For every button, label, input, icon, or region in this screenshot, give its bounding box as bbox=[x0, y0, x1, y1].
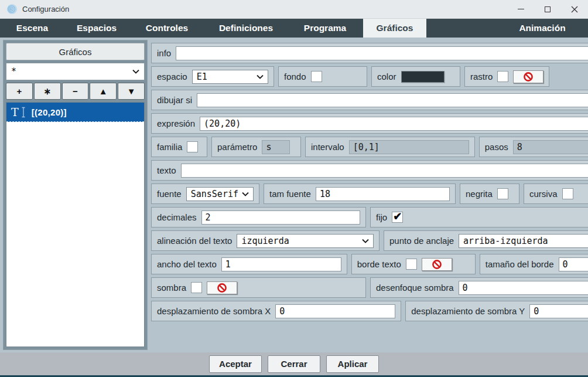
tam-fuente-input[interactable] bbox=[316, 187, 450, 201]
fijo-label: fijo bbox=[376, 212, 387, 222]
field-despl-sombra-x: desplazamiento de sombra X bbox=[151, 301, 401, 321]
list-item-label: [(20,20)] bbox=[32, 107, 67, 117]
dialog-body: Gráficos * + ∗ − ▲ ▼ T [(20,20)] bbox=[0, 38, 588, 352]
filter-select[interactable]: * bbox=[6, 63, 145, 80]
field-pasos: pasos bbox=[479, 137, 588, 157]
accept-button[interactable]: Aceptar bbox=[209, 355, 262, 373]
graphics-list-panel: Gráficos * + ∗ − ▲ ▼ T [(20,20)] bbox=[3, 40, 148, 350]
field-fondo: fondo bbox=[278, 66, 367, 87]
rastro-checkbox[interactable] bbox=[497, 71, 508, 82]
apply-button[interactable]: Aplicar bbox=[326, 355, 379, 373]
rastro-color-button[interactable] bbox=[513, 70, 543, 83]
sombra-color-button[interactable] bbox=[207, 281, 237, 294]
tab-controles[interactable]: Controles bbox=[129, 19, 205, 38]
field-dibujar-si: dibujar si bbox=[151, 90, 588, 110]
punto-anclaje-label: punto de anclaje bbox=[389, 236, 454, 246]
decimales-label: decimales bbox=[157, 212, 197, 222]
rastro-label: rastro bbox=[470, 72, 493, 81]
fondo-checkbox[interactable] bbox=[311, 71, 322, 82]
dialog-footer: Aceptar Cerrar Aplicar bbox=[0, 352, 588, 375]
desenfoque-sombra-input[interactable] bbox=[459, 281, 588, 295]
tab-escena[interactable]: Escena bbox=[0, 19, 64, 38]
fuente-select[interactable]: SansSerif bbox=[186, 187, 254, 201]
field-sombra: sombra bbox=[151, 277, 366, 298]
ancho-texto-label: ancho del texto bbox=[157, 259, 217, 269]
no-entry-icon bbox=[523, 72, 534, 82]
row-decimales: decimales fijo bbox=[151, 207, 588, 227]
list-item-text-graphic[interactable]: T [(20,20)] bbox=[6, 103, 144, 122]
fijo-checkbox[interactable] bbox=[392, 212, 403, 223]
field-punto-anclaje: punto de anclaje arriba-izquierda bbox=[384, 230, 588, 251]
row-expresion: expresión bbox=[151, 113, 588, 134]
field-rastro: rastro bbox=[464, 66, 549, 87]
remove-graphic-button[interactable]: − bbox=[62, 83, 89, 100]
sombra-label: sombra bbox=[157, 283, 186, 293]
fondo-label: fondo bbox=[284, 72, 306, 81]
row-sombra: sombra desenfoque sombra bbox=[151, 277, 588, 298]
expresion-input[interactable] bbox=[200, 117, 588, 131]
pasos-input bbox=[513, 140, 588, 154]
duplicate-graphic-button[interactable]: ∗ bbox=[34, 83, 61, 100]
field-parametro: parámetro bbox=[211, 137, 301, 157]
familia-checkbox[interactable] bbox=[187, 141, 198, 152]
text-type-icon: T bbox=[11, 107, 19, 118]
info-label: info bbox=[157, 48, 171, 58]
row-fuente: fuente SansSerif tam fuente negrita curs… bbox=[151, 184, 588, 204]
tab-animacion[interactable]: Animación bbox=[501, 19, 583, 38]
tamano-borde-input[interactable] bbox=[559, 257, 588, 271]
punto-anclaje-select[interactable]: arriba-izquierda bbox=[459, 234, 588, 248]
alineacion-select[interactable]: izquierda bbox=[237, 234, 374, 248]
field-negrita: negrita bbox=[460, 184, 519, 204]
intervalo-label: intervalo bbox=[311, 142, 344, 152]
filter-value: * bbox=[11, 66, 132, 77]
despl-sombra-y-input[interactable] bbox=[529, 304, 588, 318]
row-dibujar-si: dibujar si coord abs bbox=[151, 90, 588, 110]
ancho-texto-input[interactable] bbox=[221, 257, 341, 271]
espacio-select[interactable]: E1 bbox=[192, 70, 268, 84]
borde-texto-color-button[interactable] bbox=[422, 258, 452, 271]
sombra-checkbox[interactable] bbox=[191, 282, 202, 293]
tab-graficos[interactable]: Gráficos bbox=[363, 19, 426, 38]
despl-sombra-x-input[interactable] bbox=[275, 304, 395, 318]
tab-definiciones[interactable]: Definiciones bbox=[205, 19, 287, 38]
tab-programa[interactable]: Programa bbox=[287, 19, 363, 38]
graphic-properties-form: info espacio E1 fondo col bbox=[151, 40, 588, 350]
chevron-down-icon bbox=[257, 74, 264, 79]
fuente-label: fuente bbox=[157, 189, 182, 199]
move-up-button[interactable]: ▲ bbox=[90, 83, 117, 100]
field-color: color bbox=[371, 66, 460, 87]
parametro-input bbox=[262, 140, 290, 154]
chevron-down-icon bbox=[362, 239, 369, 243]
row-familia: familia parámetro intervalo pasos bbox=[151, 137, 588, 157]
tam-fuente-label: tam fuente bbox=[269, 189, 311, 199]
row-espacio: espacio E1 fondo color rastro bbox=[151, 66, 588, 87]
minimize-button[interactable] bbox=[507, 0, 534, 18]
familia-label: familia bbox=[157, 142, 182, 152]
field-alineacion-texto: alineación del texto izquierda bbox=[151, 230, 380, 251]
pasos-label: pasos bbox=[485, 142, 508, 152]
color-swatch[interactable] bbox=[401, 71, 445, 83]
move-down-button[interactable]: ▼ bbox=[118, 83, 145, 100]
borde-texto-label: borde texto bbox=[357, 259, 401, 269]
field-cursiva: cursiva bbox=[524, 184, 588, 204]
field-familia: familia bbox=[151, 137, 207, 157]
field-fuente: fuente SansSerif bbox=[151, 184, 259, 204]
cursiva-checkbox[interactable] bbox=[562, 188, 573, 199]
field-expresion: expresión bbox=[151, 113, 588, 134]
maximize-button[interactable] bbox=[534, 0, 561, 18]
dibujar-si-input[interactable] bbox=[197, 93, 588, 107]
cerrar-button[interactable]: Cerrar bbox=[268, 355, 320, 373]
decimales-input[interactable] bbox=[201, 210, 360, 225]
tab-espacios[interactable]: Espacios bbox=[64, 19, 129, 38]
negrita-checkbox[interactable] bbox=[497, 188, 508, 199]
title-bar: Configuración bbox=[0, 0, 588, 19]
borde-texto-checkbox[interactable] bbox=[406, 259, 417, 270]
negrita-label: negrita bbox=[466, 189, 493, 199]
field-desenfoque-sombra: desenfoque sombra bbox=[370, 277, 588, 298]
add-graphic-button[interactable]: + bbox=[6, 83, 33, 100]
close-button[interactable] bbox=[561, 0, 588, 18]
info-input[interactable] bbox=[176, 46, 588, 60]
tamano-borde-label: tamaño del borde bbox=[486, 259, 554, 269]
texto-input[interactable] bbox=[181, 164, 588, 178]
field-texto: texto T Rtf bbox=[151, 160, 588, 181]
